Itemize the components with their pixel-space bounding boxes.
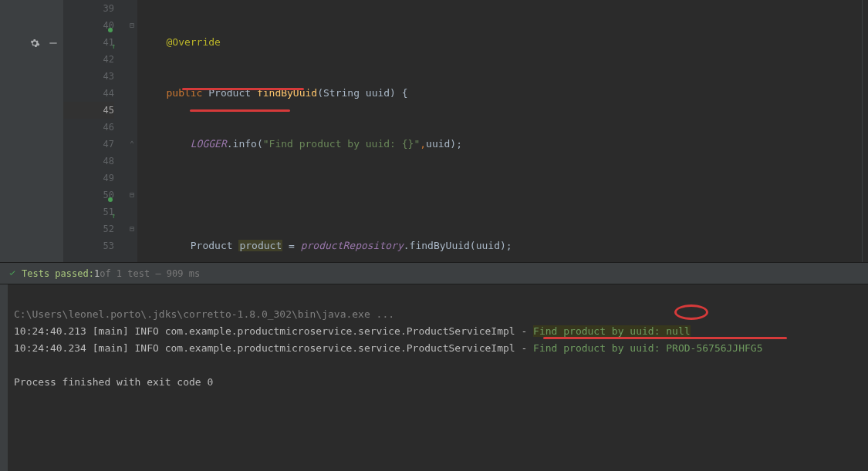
editor-scrollbar[interactable] [862, 0, 868, 262]
gear-icon[interactable] [29, 38, 40, 49]
editor-area: 39 40↑ 41 42 43 44 45 46 47 48 49 50↑ 51… [0, 0, 868, 262]
line-number: 49 [103, 173, 114, 183]
line-number: 41 [103, 37, 114, 48]
annotation: @Override [166, 36, 220, 48]
line-number: 44 [103, 88, 114, 99]
fold-column[interactable]: ⊟ ⌃ ⊟ ⊟ [127, 0, 137, 262]
line-number: 42 [103, 54, 114, 65]
exit-line: Process finished with exit code 0 [14, 376, 213, 388]
override-gutter-icon[interactable]: ↑ [108, 190, 116, 198]
line-number: 48 [103, 156, 114, 167]
line-number: 47 [103, 139, 114, 150]
highlighted-variable: product [238, 240, 282, 251]
line-number: 52 [103, 224, 114, 234]
code-editor[interactable]: @Override public Product findByUuid(Stri… [137, 0, 862, 262]
line-number: 45 [103, 105, 114, 116]
tests-passed-count: 1 [94, 268, 100, 279]
fold-close-icon[interactable]: ⌃ [127, 136, 137, 153]
check-icon [8, 269, 17, 278]
line-number: 51 [103, 207, 114, 217]
line-number: 46 [103, 122, 114, 133]
java-command: C:\Users\leonel.porto\.jdks\corretto-1.8… [14, 308, 394, 320]
annotation-circle [674, 304, 708, 320]
fold-open-icon[interactable]: ⊟ [127, 187, 137, 204]
tool-sidebar [0, 0, 63, 262]
override-gutter-icon[interactable]: ↑ [108, 21, 116, 29]
fold-open-icon[interactable]: ⊟ [127, 220, 137, 237]
fold-open-icon[interactable]: ⊟ [127, 17, 137, 34]
minimize-icon[interactable] [48, 38, 59, 49]
console-output[interactable]: C:\Users\leonel.porto\.jdks\corretto-1.8… [0, 284, 868, 471]
log-line: 10:24:40.234 [main] INFO com.example.pro… [14, 342, 763, 354]
svg-rect-0 [49, 42, 56, 43]
tests-passed-label: Tests passed: [22, 268, 94, 279]
annotation-underline [543, 337, 787, 339]
line-number: 53 [103, 241, 114, 251]
line-number: 43 [103, 71, 114, 82]
line-number-gutter[interactable]: 39 40↑ 41 42 43 44 45 46 47 48 49 50↑ 51… [63, 0, 127, 262]
line-number: 39 [103, 3, 114, 14]
annotation-underline [190, 109, 290, 112]
annotation-underline [182, 88, 304, 90]
log-line: 10:24:40.213 [main] INFO com.example.pro… [14, 325, 691, 337]
